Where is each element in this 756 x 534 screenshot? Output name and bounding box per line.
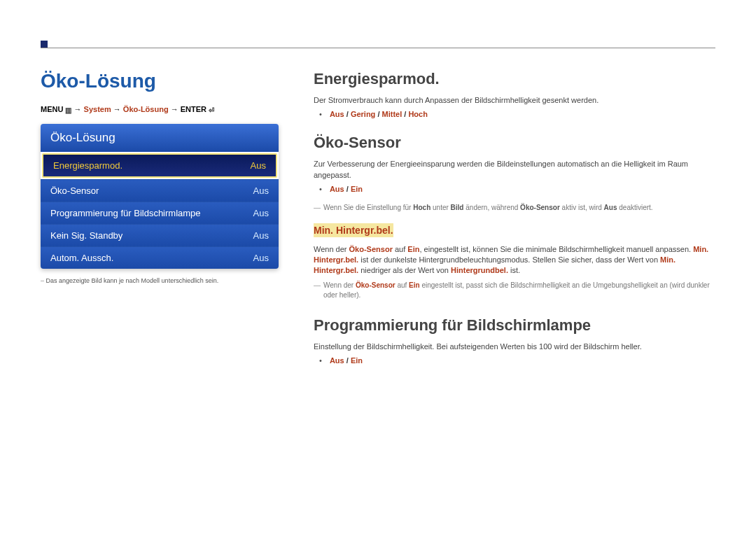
menu-item-energiesparmod[interactable]: Energiesparmod. Aus xyxy=(42,153,277,178)
menu-item-value: Aus xyxy=(253,185,269,196)
menu-item-oeko-sensor[interactable]: Öko-Sensor Aus xyxy=(41,179,279,202)
option: Aus xyxy=(330,110,344,118)
breadcrumb-system: System xyxy=(84,105,111,113)
osd-menu-header: Öko-Lösung xyxy=(41,124,279,152)
header-tab xyxy=(41,41,48,48)
arrow-icon: → xyxy=(74,105,82,113)
note: Wenn Sie die Einstellung für Hoch unter … xyxy=(314,203,715,213)
breadcrumb-oeko: Öko-Lösung xyxy=(123,105,169,113)
menu-item-label: Energiesparmod. xyxy=(53,160,251,171)
section-oeko-sensor: Öko-Sensor Zur Verbesserung der Energiee… xyxy=(314,134,715,300)
menu-item-label: Öko-Sensor xyxy=(50,185,253,196)
option: Ein xyxy=(351,356,363,365)
menu-icon: ▥ xyxy=(65,106,71,114)
section-text: Zur Verbesserung der Energieeinsparung w… xyxy=(314,159,715,181)
section-title-energiesparmod: Energiesparmod. xyxy=(314,70,715,88)
osd-menu-panel: Öko-Lösung Energiesparmod. Aus Öko-Senso… xyxy=(41,124,279,269)
section-title-oeko-sensor: Öko-Sensor xyxy=(314,134,715,152)
sub-heading-min-hintergr: Min. Hintergr.bel. xyxy=(314,223,393,237)
section-energiesparmod: Energiesparmod. Der Stromverbrauch kann … xyxy=(314,70,715,118)
options-bullet: Aus / Gering / Mittel / Hoch xyxy=(319,110,715,118)
menu-item-value: Aus xyxy=(253,253,269,263)
section-text: Wenn der Öko-Sensor auf Ein, eingestellt… xyxy=(314,244,715,276)
page-title: Öko-Lösung xyxy=(41,70,279,92)
section-text: Einstellung der Bildschirmhelligkeit. Be… xyxy=(314,342,715,352)
breadcrumb-menu: MENU xyxy=(41,105,63,113)
option: Gering xyxy=(351,110,375,118)
section-text: Der Stromverbrauch kann durch Anpassen d… xyxy=(314,95,715,106)
options-bullet: Aus / Ein xyxy=(319,185,715,193)
option: Ein xyxy=(351,185,363,193)
option: Hoch xyxy=(408,110,428,118)
section-title-programmierung: Programmierung für Bildschirmlampe xyxy=(314,316,715,335)
menu-item-label: Autom. Aussch. xyxy=(50,253,253,263)
menu-item-label: Kein Sig. Standby xyxy=(50,230,253,241)
menu-item-programmierung[interactable]: Programmierung für Bildschirmlampe Aus xyxy=(41,202,279,224)
model-footnote: Das angezeigte Bild kann je nach Modell … xyxy=(41,277,279,284)
menu-item-label: Programmierung für Bildschirmlampe xyxy=(50,208,253,218)
menu-item-value: Aus xyxy=(253,230,269,241)
option: Aus xyxy=(330,356,344,365)
option: Mittel xyxy=(382,110,402,118)
menu-item-value: Aus xyxy=(251,160,266,171)
menu-item-kein-sig-standby[interactable]: Kein Sig. Standby Aus xyxy=(41,224,279,246)
breadcrumb-enter: ENTER xyxy=(181,105,206,113)
menu-item-value: Aus xyxy=(253,208,269,218)
arrow-icon: → xyxy=(113,105,121,113)
menu-item-autom-aussch[interactable]: Autom. Aussch. Aus xyxy=(41,246,279,269)
arrow-icon: → xyxy=(171,105,178,113)
section-programmierung: Programmierung für Bildschirmlampe Einst… xyxy=(314,316,715,365)
options-bullet: Aus / Ein xyxy=(319,356,715,365)
note: Wenn der Öko-Sensor auf Ein eingestellt … xyxy=(314,281,715,301)
option: Aus xyxy=(330,185,344,193)
header-rule xyxy=(41,48,715,48)
enter-icon: ⏎ xyxy=(209,106,214,114)
breadcrumb: MENU ▥ → System → Öko-Lösung → ENTER ⏎ xyxy=(41,105,279,114)
